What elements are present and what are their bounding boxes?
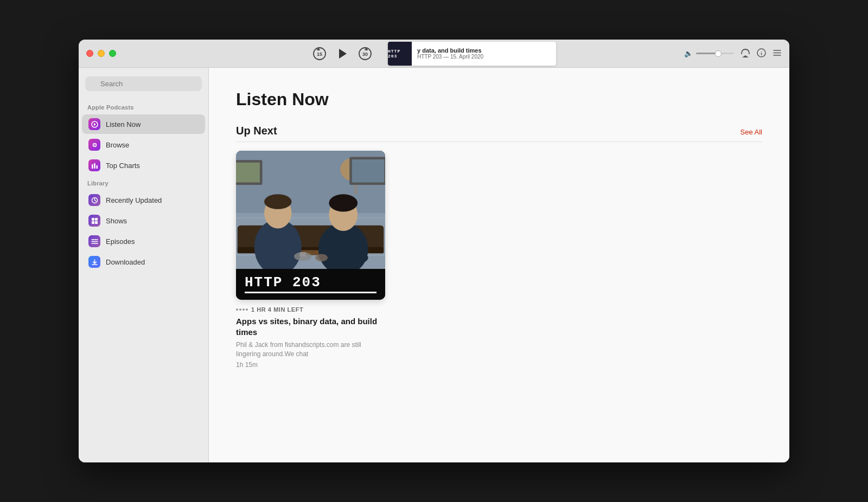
episodes-icon (88, 235, 100, 247)
library-section-label: Library (79, 176, 208, 190)
sidebar-item-recently-updated-label: Recently Updated (106, 196, 162, 204)
sidebar-item-episodes-label: Episodes (106, 237, 135, 246)
sidebar-item-top-charts-label: Top Charts (106, 162, 140, 170)
svg-rect-16 (94, 163, 95, 169)
sidebar-item-browse[interactable]: Browse (82, 135, 205, 155)
search-container: 🔍 (79, 76, 208, 100)
svg-rect-21 (92, 218, 94, 221)
close-button[interactable] (86, 50, 93, 57)
svg-text:30: 30 (362, 52, 368, 57)
playback-area: 15 30 (79, 40, 789, 67)
maximize-button[interactable] (109, 50, 116, 57)
sidebar-item-top-charts[interactable]: Top Charts (82, 156, 205, 175)
svg-rect-52 (299, 252, 305, 256)
now-playing-title: y data, and build times (417, 47, 551, 54)
dot-2 (239, 308, 241, 311)
episode-progress: 1 HR 4 MIN LEFT (236, 306, 385, 313)
search-input[interactable] (85, 76, 202, 91)
rewind-button[interactable]: 15 (312, 46, 327, 61)
top-charts-icon (88, 159, 100, 171)
svg-point-45 (264, 194, 291, 209)
svg-point-50 (343, 252, 368, 264)
sidebar-item-recently-updated[interactable]: Recently Updated (82, 190, 205, 210)
svg-marker-2 (339, 49, 347, 59)
sidebar-item-episodes[interactable]: Episodes (82, 231, 205, 251)
thumbnail-logo-underline (245, 292, 376, 293)
sidebar-item-downloaded-label: Downloaded (106, 258, 145, 266)
app-window: 15 30 (79, 40, 789, 462)
volume-thumb (715, 50, 722, 57)
sidebar-item-shows[interactable]: Shows (82, 211, 205, 230)
volume-control[interactable]: 🔈 (684, 49, 734, 57)
svg-rect-22 (95, 218, 98, 221)
podcast-thumbnail: HTTP 203 (236, 151, 385, 300)
airplay-icon[interactable] (741, 48, 750, 59)
episode-title: Apps vs sites, binary data, and build ti… (236, 316, 385, 337)
photo-scene (236, 151, 385, 269)
up-next-section-header: Up Next See All (236, 125, 762, 142)
list-icon[interactable] (773, 48, 782, 59)
now-playing-thumbnail: HTTP 203 (388, 42, 412, 66)
sidebar-item-downloaded[interactable]: Downloaded (82, 252, 205, 272)
up-next-title: Up Next (236, 125, 277, 137)
now-playing-mini[interactable]: HTTP 203 y data, and build times HTTP 20… (388, 42, 556, 66)
svg-point-14 (94, 144, 95, 145)
sidebar-item-listen-now[interactable]: Listen Now (82, 114, 205, 134)
volume-icon: 🔈 (684, 49, 693, 57)
info-icon[interactable]: i (757, 48, 766, 59)
apple-podcasts-section-label: Apple Podcasts (79, 100, 208, 114)
now-playing-subtitle: HTTP 203 — 15. April 2020 (417, 54, 551, 60)
rewind-icon: 15 (312, 46, 327, 61)
content-area: Listen Now Up Next See All (209, 68, 789, 462)
dot-1 (236, 308, 238, 311)
recently-updated-icon (88, 194, 100, 206)
right-controls: 🔈 i (684, 48, 782, 59)
progress-dots (236, 308, 248, 311)
svg-marker-12 (94, 123, 96, 126)
svg-rect-23 (92, 221, 94, 224)
play-button[interactable] (336, 47, 349, 60)
downloaded-icon (88, 256, 100, 268)
sidebar-item-shows-label: Shows (106, 217, 127, 225)
titlebar: 15 30 (79, 40, 789, 68)
episode-meta: 1 HR 4 MIN LEFT Apps vs sites, binary da… (236, 306, 385, 369)
svg-point-48 (329, 194, 358, 211)
episode-description: Phil & Jack from fishandscripts.com are … (236, 340, 385, 359)
volume-slider[interactable] (696, 53, 734, 54)
thumbnail-photo (236, 151, 385, 269)
playback-controls: 15 30 (312, 42, 556, 66)
forward-icon: 30 (358, 46, 373, 61)
thumbnail-logo: HTTP 203 (236, 269, 385, 300)
see-all-button[interactable]: See All (741, 128, 762, 136)
svg-point-53 (315, 254, 328, 261)
svg-text:15: 15 (317, 52, 322, 57)
sidebar-item-browse-label: Browse (106, 141, 129, 149)
play-icon (336, 48, 348, 60)
search-wrapper: 🔍 (85, 76, 202, 91)
svg-line-20 (94, 200, 96, 201)
shows-icon (88, 215, 100, 227)
sidebar-item-listen-now-label: Listen Now (106, 120, 141, 128)
episode-duration: 1h 15m (236, 361, 385, 369)
listen-now-icon (88, 118, 100, 130)
svg-marker-5 (742, 55, 749, 57)
now-playing-info: y data, and build times HTTP 203 — 15. A… (412, 45, 556, 62)
svg-rect-15 (92, 164, 93, 169)
svg-rect-39 (352, 159, 385, 182)
minimize-button[interactable] (98, 50, 105, 57)
svg-rect-24 (95, 221, 98, 224)
page-title: Listen Now (236, 89, 762, 110)
podcast-card[interactable]: HTTP 203 1 HR 4 MIN LEFT Ap (236, 151, 385, 369)
dot-3 (242, 308, 245, 311)
time-left: 1 HR 4 MIN LEFT (251, 306, 303, 313)
dot-4 (246, 308, 248, 311)
svg-rect-17 (96, 165, 98, 169)
main-layout: 🔍 Apple Podcasts Listen Now (79, 68, 789, 462)
forward-button[interactable]: 30 (358, 46, 373, 61)
sidebar: 🔍 Apple Podcasts Listen Now (79, 68, 209, 462)
thumbnail-logo-text: HTTP 203 (245, 274, 376, 291)
browse-icon (88, 139, 100, 151)
svg-rect-37 (236, 163, 260, 183)
svg-text:i: i (761, 50, 762, 56)
traffic-lights (86, 50, 116, 57)
